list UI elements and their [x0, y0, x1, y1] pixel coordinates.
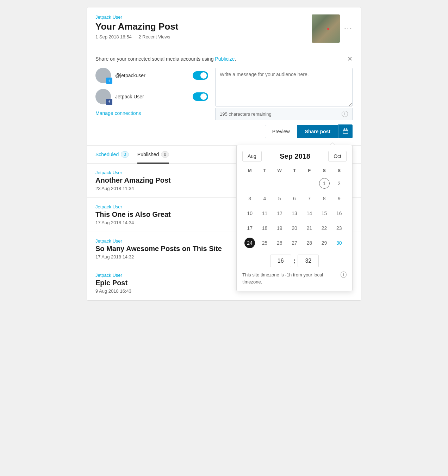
manage-connections-link[interactable]: Manage connections: [95, 110, 141, 116]
weekday-m: M: [242, 166, 257, 175]
calendar-week-2: 3 4 5 6 7 8 9: [242, 191, 347, 206]
more-options-button[interactable]: ···: [344, 24, 353, 33]
cal-day-4[interactable]: 4: [257, 191, 272, 206]
cal-day-2[interactable]: 2: [332, 175, 347, 191]
facebook-account: f Jetpack User: [95, 89, 208, 104]
twitter-badge: t: [106, 78, 112, 84]
calendar-arrow: [330, 142, 335, 145]
post-title: Your Amazing Post: [95, 21, 178, 32]
share-body: t @jetpackuser f Jetpack User Manage con…: [95, 68, 353, 138]
chars-info-icon[interactable]: i: [342, 111, 348, 117]
post-views: 2 Recent Views: [138, 34, 170, 39]
timezone-text: This site timezone is -1h from your loca…: [242, 271, 339, 285]
facebook-avatar-wrap: f: [95, 89, 111, 104]
share-description-prefix: Share on your connected social media acc…: [95, 56, 215, 62]
calendar-toggle-button[interactable]: [338, 124, 353, 138]
cal-day-18[interactable]: 18: [257, 221, 272, 236]
share-post-button[interactable]: Share post: [297, 125, 338, 138]
calendar-year: 2018: [294, 152, 310, 160]
weekday-w: W: [272, 166, 287, 175]
cal-day-15[interactable]: 15: [317, 206, 331, 221]
weekday-s2: S: [332, 166, 347, 175]
timezone-info-icon[interactable]: i: [341, 271, 347, 278]
cal-day-3[interactable]: 3: [242, 191, 257, 206]
time-separator: :: [293, 257, 296, 265]
message-textarea[interactable]: [215, 68, 353, 106]
twitter-toggle[interactable]: [193, 71, 208, 80]
cal-day-empty: [287, 175, 302, 191]
prev-month-button[interactable]: Aug: [242, 151, 262, 161]
cal-day-29[interactable]: 29: [317, 236, 331, 250]
timezone-note: This site timezone is -1h from your loca…: [242, 271, 347, 285]
post-header-left: Jetpack User Your Amazing Post 1 Sep 201…: [95, 14, 178, 39]
time-row: :: [242, 255, 347, 267]
cal-day-11[interactable]: 11: [257, 206, 272, 221]
close-button[interactable]: ✕: [347, 56, 353, 62]
cal-day-empty: [257, 175, 272, 191]
facebook-badge: f: [106, 99, 112, 105]
calendar-weekdays-row: M T W T F S S: [242, 166, 347, 175]
share-message-area: 195 characters remaining i Preview Share…: [215, 68, 353, 138]
cal-day-7[interactable]: 7: [302, 191, 317, 206]
time-hour-input[interactable]: [270, 255, 291, 267]
weekday-t: T: [257, 166, 272, 175]
cal-day-8[interactable]: 8: [317, 191, 331, 206]
post-author: Jetpack User: [95, 14, 178, 20]
next-month-button[interactable]: Oct: [328, 151, 347, 161]
share-description-suffix: .: [235, 56, 236, 62]
twitter-avatar-wrap: t: [95, 68, 111, 83]
calendar-week-1: 1 2: [242, 175, 347, 191]
tab-scheduled-label: Scheduled: [95, 152, 119, 157]
cal-day-26[interactable]: 26: [272, 236, 287, 250]
tab-scheduled[interactable]: Scheduled 0: [95, 146, 129, 163]
cal-day-12[interactable]: 12: [272, 206, 287, 221]
main-container: Jetpack User Your Amazing Post 1 Sep 201…: [87, 7, 361, 301]
weekday-f: F: [302, 166, 317, 175]
preview-button[interactable]: Preview: [265, 125, 297, 138]
cal-day-23[interactable]: 23: [332, 221, 347, 236]
post-meta: 1 Sep 2018 16:54 2 Recent Views: [95, 34, 178, 39]
cal-day-6[interactable]: 6: [287, 191, 302, 206]
calendar-week-4: 17 18 19 20 21 22 23: [242, 221, 347, 236]
cal-day-21[interactable]: 21: [302, 221, 317, 236]
cal-day-14[interactable]: 14: [302, 206, 317, 221]
cal-day-20[interactable]: 20: [287, 221, 302, 236]
svg-rect-0: [343, 129, 348, 133]
cal-day-17[interactable]: 17: [242, 221, 257, 236]
twitter-account: t @jetpackuser: [95, 68, 208, 83]
cal-day-22[interactable]: 22: [317, 221, 331, 236]
cal-day-16[interactable]: 16: [332, 206, 347, 221]
twitter-account-name: @jetpackuser: [115, 73, 193, 78]
chars-remaining: 195 characters remaining: [220, 111, 272, 117]
calendar-week-5: 24 25 26 27 28 29 30: [242, 236, 347, 250]
post-header: Jetpack User Your Amazing Post 1 Sep 201…: [87, 7, 361, 50]
facebook-toggle[interactable]: [193, 92, 208, 101]
cal-day-19[interactable]: 19: [272, 221, 287, 236]
share-header-row: Share on your connected social media acc…: [95, 56, 353, 62]
cal-day-28[interactable]: 28: [302, 236, 317, 250]
cal-day-empty: [302, 175, 317, 191]
cal-day-1[interactable]: 1: [317, 175, 331, 191]
cal-day-9[interactable]: 9: [332, 191, 347, 206]
cal-day-13[interactable]: 13: [287, 206, 302, 221]
calendar-week-3: 10 11 12 13 14 15 16: [242, 206, 347, 221]
time-minute-input[interactable]: [298, 255, 319, 267]
action-row: Preview Share post: [215, 124, 353, 138]
calendar-body: 1 2 3 4 5 6 7 8 9 10 11 12 13 14: [242, 175, 347, 250]
cal-day-25[interactable]: 25: [257, 236, 272, 250]
tab-published[interactable]: Published 0: [137, 146, 169, 163]
post-header-right: ···: [312, 14, 353, 43]
publicize-link[interactable]: Publicize: [215, 56, 235, 62]
cal-day-5[interactable]: 5: [272, 191, 287, 206]
cal-day-10[interactable]: 10: [242, 206, 257, 221]
share-section: Share on your connected social media acc…: [87, 50, 361, 146]
calendar-nav: Aug Sep 2018 Oct: [242, 151, 347, 161]
cal-day-24[interactable]: 24: [242, 236, 257, 250]
calendar-month: Sep: [280, 152, 293, 160]
cal-day-27[interactable]: 27: [287, 236, 302, 250]
cal-day-empty: [242, 175, 257, 191]
tab-published-badge: 0: [161, 151, 169, 158]
share-description: Share on your connected social media acc…: [95, 56, 236, 62]
tab-scheduled-badge: 0: [121, 151, 129, 158]
cal-day-30[interactable]: 30: [332, 236, 347, 250]
